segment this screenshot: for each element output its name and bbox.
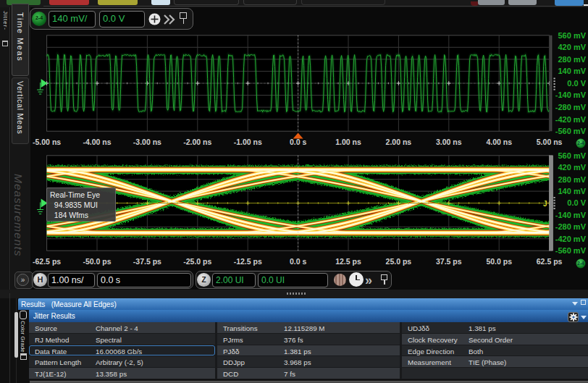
svg-text:50.0 ps: 50.0 ps	[486, 257, 512, 266]
svg-text:2-4: 2-4	[577, 140, 584, 146]
svg-text:-560 mV: -560 mV	[555, 127, 587, 135]
svg-text:2.00 ns: 2.00 ns	[386, 138, 412, 146]
svg-text:-37.5 ps: -37.5 ps	[133, 257, 161, 266]
svg-text:2-4: 2-4	[577, 261, 584, 266]
svg-text:-140 mV: -140 mV	[555, 211, 587, 219]
svg-text:-420 mV: -420 mV	[555, 115, 587, 124]
svg-text:0.0 s: 0.0 s	[290, 138, 307, 146]
svg-text:-50.0 ps: -50.0 ps	[83, 257, 111, 266]
svg-text:-5.00 ns: -5.00 ns	[33, 138, 61, 146]
svg-text:12.5 ps: 12.5 ps	[335, 257, 361, 266]
svg-text:420 mV: 420 mV	[558, 43, 586, 51]
svg-text:-3.00 ns: -3.00 ns	[133, 138, 161, 146]
svg-text:0.0 V: 0.0 V	[567, 198, 586, 207]
svg-text:140 mV: 140 mV	[558, 67, 586, 75]
svg-text:560 mV: 560 mV	[558, 31, 586, 40]
svg-text:-280 mV: -280 mV	[555, 222, 587, 231]
svg-text:J: J	[543, 200, 547, 208]
svg-text:3.00 ns: 3.00 ns	[436, 138, 462, 146]
svg-text:420 mV: 420 mV	[558, 163, 586, 172]
svg-text:0.0 V: 0.0 V	[567, 79, 586, 88]
svg-text:25.0 ps: 25.0 ps	[386, 257, 412, 266]
svg-text:0.0 s: 0.0 s	[290, 257, 307, 266]
svg-text:560 mV: 560 mV	[558, 151, 586, 160]
svg-text:-12.5 ps: -12.5 ps	[234, 257, 262, 266]
svg-text:37.5 ps: 37.5 ps	[436, 257, 462, 266]
svg-text:-140 mV: -140 mV	[555, 91, 587, 99]
svg-text:-280 mV: -280 mV	[555, 103, 587, 111]
svg-text:-1.00 ns: -1.00 ns	[234, 138, 262, 146]
svg-text:-420 mV: -420 mV	[555, 235, 587, 243]
svg-text:140 mV: 140 mV	[558, 187, 586, 195]
svg-text:-4.00 ns: -4.00 ns	[83, 138, 111, 146]
svg-text:-25.0 ps: -25.0 ps	[183, 257, 211, 266]
svg-text:280 mV: 280 mV	[558, 175, 586, 184]
svg-text:280 mV: 280 mV	[558, 55, 586, 64]
svg-text:4.00 ns: 4.00 ns	[486, 138, 512, 146]
svg-text:62.5 ps: 62.5 ps	[537, 257, 563, 266]
svg-text:5.00 ns: 5.00 ns	[537, 138, 563, 146]
svg-text:-2.00 ns: -2.00 ns	[183, 138, 211, 146]
svg-text:-560 mV: -560 mV	[555, 246, 587, 255]
svg-text:1.00 ns: 1.00 ns	[335, 138, 361, 146]
svg-text:-62.5 ps: -62.5 ps	[33, 257, 61, 266]
